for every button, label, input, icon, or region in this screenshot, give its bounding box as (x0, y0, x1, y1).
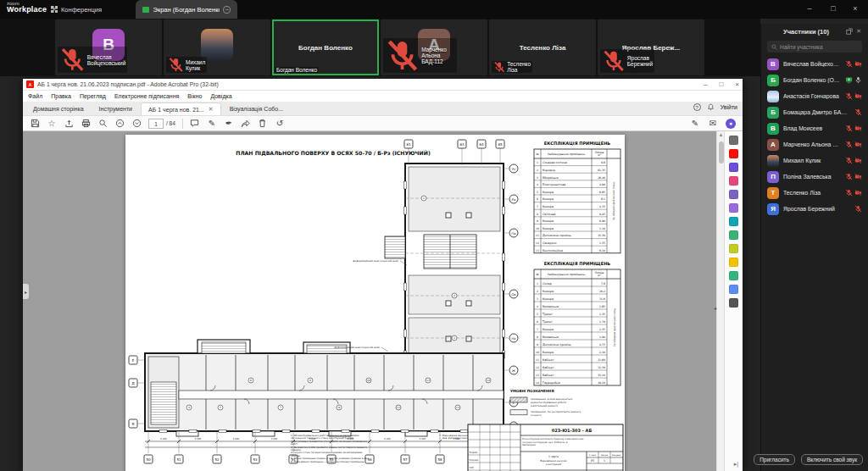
request-signatures-icon[interactable] (729, 244, 738, 253)
tab-close-icon[interactable]: − (223, 6, 231, 14)
svg-text:9: 9 (537, 343, 538, 346)
stamp-icon[interactable] (729, 190, 738, 199)
avatar: В (767, 123, 779, 135)
video-tile-4[interactable]: АМарченко Альона БАД-112 (381, 19, 487, 75)
star-icon[interactable]: ☆ (47, 119, 57, 129)
fill-sign-icon[interactable]: ✒ (224, 119, 234, 129)
panel-close-icon[interactable]: ✕ (856, 28, 861, 35)
page-up-icon[interactable] (114, 119, 125, 129)
fill-sign-icon[interactable] (729, 203, 738, 213)
tab-screen-share[interactable]: Экран (Богдан Воленко) − (136, 0, 237, 19)
menu-перегляд[interactable]: Перегляд (80, 93, 106, 99)
participant-row[interactable]: ВВячеслав Войцеховський (Я) (761, 56, 868, 72)
export-pdf-icon[interactable] (729, 217, 738, 226)
edit-pdf-icon[interactable] (729, 230, 738, 240)
undo-rotate-icon[interactable]: ↺ (275, 119, 285, 129)
window-maximize-button[interactable]: □ (827, 4, 839, 13)
svg-text:Коридор: Коридор (542, 169, 555, 172)
acrobat-minimize-button[interactable]: – (704, 80, 707, 88)
combine-files-icon[interactable] (729, 163, 738, 172)
email-icon[interactable]: ✉ (708, 119, 718, 129)
acrobat-maximize-button[interactable]: □ (719, 80, 723, 88)
svg-text:2: 2 (537, 169, 538, 172)
create-pdf-icon[interactable] (729, 149, 738, 158)
acrobat-close-button[interactable]: × (735, 80, 739, 88)
svg-text:4.90: 4.90 (599, 183, 605, 186)
tab-screen-label: Экран (Богдан Воленко) (153, 6, 220, 14)
tab-conference[interactable]: Конференция (44, 0, 108, 19)
participant-row[interactable]: ББомацара Дмитро БАД-114кл (761, 104, 868, 120)
save-icon[interactable] (30, 119, 40, 129)
tab-tools[interactable]: Інструменти (92, 103, 139, 115)
participant-row[interactable]: Михаил Кулик (761, 152, 868, 169)
find-tools-icon[interactable] (729, 136, 738, 145)
video-tile-2[interactable]: Михаил Кулик (164, 19, 270, 75)
search-participant-input[interactable]: Найти участника (767, 41, 862, 53)
menu-файл[interactable]: Файл (28, 93, 42, 99)
popout-icon[interactable] (846, 28, 853, 35)
svg-text:26.40: 26.40 (598, 176, 605, 180)
protect-icon[interactable] (729, 285, 738, 294)
comment-tool-icon[interactable] (729, 258, 738, 267)
svg-text:2: 2 (537, 290, 538, 293)
svg-text:12: 12 (536, 241, 539, 245)
share-upload-icon[interactable] (64, 119, 74, 129)
participants-title: Участники (10) (783, 28, 829, 36)
participant-row[interactable]: ППоліна Залевська (761, 169, 868, 185)
tools-collapse-icon[interactable]: ▸| (734, 461, 738, 468)
svg-text:6 000: 6 000 (233, 438, 240, 441)
tab-home[interactable]: Домашня сторінка (26, 103, 91, 115)
pencil-icon[interactable]: ✎ (207, 119, 217, 129)
scrollbar-thumb[interactable] (719, 141, 724, 163)
bell-icon[interactable] (707, 103, 715, 111)
page-number-input[interactable]: 1 (148, 119, 164, 129)
share-review-icon[interactable]: ✎ (690, 119, 700, 129)
document-view[interactable]: ▸ ПЛАН ПІДВАЛЬНОГО ПОВЕРХУ В ОСЯХ 50-70 … (23, 131, 716, 471)
svg-text:6.90: 6.90 (599, 219, 605, 223)
svg-text:Допоміжне приміщ.: Допоміжне приміщ. (542, 234, 571, 237)
organize-pages-icon[interactable] (729, 176, 738, 186)
comment-icon[interactable] (190, 119, 200, 129)
menu-електронне-підписання[interactable]: Електронне підписання (114, 93, 179, 99)
video-tile-1[interactable]: ВВячеслав Войцеховський (55, 19, 162, 75)
mic-muted-icon (854, 205, 862, 213)
svg-text:Ж: Ж (512, 369, 515, 373)
tab-close-icon[interactable]: ✕ (209, 106, 214, 113)
document-area: ▸ ПЛАН ПІДВАЛЬНОГО ПОВЕРХУ В ОСЯХ 50-70 … (23, 131, 743, 471)
help-icon[interactable]: ? (693, 103, 701, 111)
video-tile-5[interactable]: Тесленко ЛізаТесленко Ліза (489, 19, 596, 75)
svg-text:Кабінет: Кабінет (542, 366, 554, 369)
menu-довідка[interactable]: Довідка (210, 93, 231, 99)
svg-text:ГАП: ГАП (470, 467, 474, 469)
tab-document-active[interactable]: АБ 1 черга нов. 21...✕ (141, 103, 221, 115)
menu-правка[interactable]: Правка (51, 93, 71, 99)
page-down-icon[interactable] (131, 119, 142, 129)
send-share-icon[interactable] (241, 119, 251, 129)
share-tool-icon[interactable] (729, 271, 738, 280)
invite-button[interactable]: Пригласить (754, 454, 795, 465)
participant-row[interactable]: ББогдан Воленко (Организатор) (761, 72, 868, 88)
delete-icon[interactable] (258, 119, 268, 129)
menu-вікно[interactable]: Вікно (187, 93, 202, 99)
participant-row[interactable]: АМарченко Альона БАД-112 (761, 136, 868, 152)
video-tile-3[interactable]: Богдан ВоленкоБогдан Воленко (272, 19, 379, 75)
participant-row[interactable]: ТТесленко Ліза (761, 185, 868, 201)
sign-in-button[interactable]: Увійти (721, 104, 737, 110)
search-icon (771, 44, 777, 50)
window-close-button[interactable]: × (849, 4, 861, 13)
tab-document-2[interactable]: Візуалізація Собо... (223, 103, 290, 115)
right-panel-collapse-icon[interactable]: ◂ (714, 305, 716, 311)
participant-row[interactable]: ВВлад Моисеев (761, 120, 868, 136)
measure-icon[interactable] (729, 298, 738, 308)
participant-row[interactable]: ЯЯрослав Бережний (761, 201, 868, 217)
participant-row[interactable]: Анастасія Гончарова (761, 88, 868, 104)
account-avatar[interactable]: ● (726, 119, 736, 129)
video-tile-6[interactable]: Ярослав Береж...Ярослав Бережний (598, 19, 704, 75)
search-icon[interactable] (97, 119, 108, 129)
window-minimize-button[interactable]: – (804, 4, 815, 13)
left-panel-expand-icon[interactable]: ▸ (23, 284, 29, 299)
svg-text:1.70: 1.70 (599, 320, 605, 324)
vertical-scrollbar[interactable]: ▲ (716, 131, 724, 471)
unmute-button[interactable]: Включить свой звук (801, 454, 863, 465)
print-icon[interactable] (81, 119, 91, 129)
